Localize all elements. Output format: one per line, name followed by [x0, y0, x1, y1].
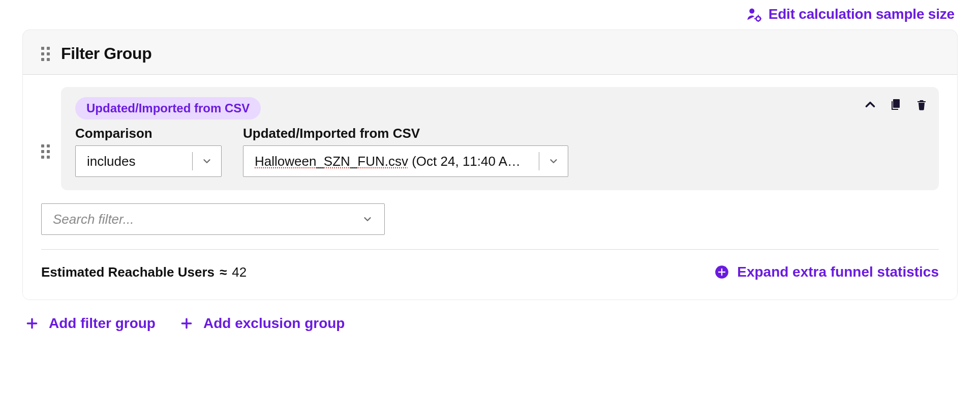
chevron-down-icon [539, 156, 568, 167]
panel-header: Filter Group [23, 30, 957, 75]
duplicate-button[interactable] [890, 98, 902, 111]
user-gear-icon [746, 7, 761, 22]
filter-chip: Updated/Imported from CSV [75, 97, 261, 120]
estimate-label: Estimated Reachable Users [41, 264, 215, 280]
row-drag-handle-icon[interactable] [41, 144, 50, 159]
svg-rect-1 [757, 15, 758, 16]
csv-select[interactable]: Halloween_SZN_FUN.csv (Oct 24, 11:40 AM … [243, 145, 568, 177]
comparison-select[interactable]: includes [75, 145, 222, 177]
csv-file-name: Halloween_SZN_FUN.csv [255, 154, 408, 169]
edit-sample-size-label: Edit calculation sample size [769, 6, 955, 22]
svg-rect-2 [757, 21, 758, 22]
plus-icon [180, 317, 193, 330]
copy-icon [890, 98, 902, 111]
trash-icon [915, 98, 928, 111]
svg-point-0 [749, 9, 754, 14]
collapse-button[interactable] [864, 98, 877, 111]
chevron-down-icon [193, 156, 221, 167]
edit-sample-size-link[interactable]: Edit calculation sample size [746, 6, 955, 22]
drag-handle-icon[interactable] [41, 47, 50, 61]
plus-circle-icon [715, 265, 729, 279]
comparison-label: Comparison [75, 126, 222, 141]
plus-icon [25, 317, 39, 330]
search-filter-select[interactable]: Search filter... [41, 203, 385, 235]
chevron-down-icon [362, 214, 373, 225]
estimate-value: 42 [232, 264, 247, 280]
add-exclusion-group-button[interactable]: Add exclusion group [180, 315, 345, 332]
csv-value: Halloween_SZN_FUN.csv (Oct 24, 11:40 AM … [243, 154, 539, 169]
svg-rect-8 [718, 272, 725, 273]
csv-file-meta: (Oct 24, 11:40 AM P… [408, 154, 539, 169]
panel-title: Filter Group [61, 44, 151, 63]
chevron-up-icon [864, 98, 877, 111]
svg-rect-4 [754, 18, 755, 19]
estimate-approx-symbol: ≈ [220, 264, 227, 280]
comparison-value: includes [76, 154, 192, 169]
estimate-text: Estimated Reachable Users ≈ 42 [41, 264, 247, 280]
expand-funnel-stats-label: Expand extra funnel statistics [737, 264, 939, 280]
csv-field-label: Updated/Imported from CSV [243, 126, 568, 141]
filter-group-panel: Filter Group Updated/Imported from CSV [22, 29, 958, 300]
filter-card: Updated/Imported from CSV [61, 87, 939, 190]
expand-funnel-stats-link[interactable]: Expand extra funnel statistics [715, 264, 939, 280]
add-exclusion-group-label: Add exclusion group [203, 315, 345, 332]
add-filter-group-label: Add filter group [49, 315, 156, 332]
add-filter-group-button[interactable]: Add filter group [25, 315, 156, 332]
svg-rect-5 [893, 99, 900, 108]
svg-rect-3 [760, 18, 761, 19]
search-placeholder: Search filter... [53, 212, 355, 227]
delete-button[interactable] [915, 98, 928, 111]
